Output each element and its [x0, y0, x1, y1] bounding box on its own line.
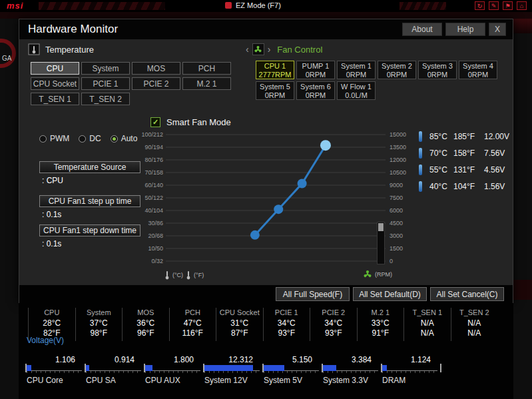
sensor-celsius: N/A — [451, 318, 498, 328]
temperature-status-column: MOS 36°C 96°F — [122, 308, 169, 341]
voltage-bar — [86, 365, 141, 373]
prev-page-chevron-icon[interactable]: ‹ — [246, 44, 249, 55]
sensor-name: T_SEN 1 — [404, 308, 451, 316]
window-title: Hardware Monitor — [28, 23, 118, 36]
fan-curve-point[interactable] — [274, 204, 283, 214]
fan-reading-cell[interactable]: System 1 0RPM — [337, 61, 376, 79]
fan-reading-cell[interactable]: System 4 0RPM — [459, 61, 497, 79]
chart-axis-footer-right: (RPM) — [363, 270, 392, 279]
voltage-section-label: Voltage(V) — [27, 336, 64, 345]
temp-source-button[interactable]: CPU Socket — [31, 77, 79, 90]
sensor-fahrenheit: 93°F — [310, 328, 357, 338]
ez-mode-button[interactable]: EZ Mode (F7) — [225, 1, 281, 9]
sensor-name: CPU — [29, 308, 75, 316]
step-up-time-button[interactable]: CPU Fan1 step up time — [39, 195, 140, 207]
fan-name: System 6 — [297, 83, 334, 91]
fan-curve-point[interactable] — [298, 179, 307, 188]
sensor-celsius: 28°C — [29, 318, 75, 328]
fan-curve-point[interactable] — [250, 230, 260, 240]
fahrenheit-unit-label: (°F) — [194, 272, 204, 278]
voltage-gauge: 0.914 CPU SA — [85, 355, 144, 386]
about-button[interactable]: About — [402, 23, 442, 36]
temp-source-button[interactable]: MOS — [132, 62, 180, 75]
fan-reading-cell[interactable]: System 6 0RPM — [296, 81, 335, 100]
voltage-bar — [382, 365, 437, 373]
fan-readings-grid: CPU 1 2777RPM PUMP 1 0RPM System 1 0RPM … — [256, 61, 503, 100]
temp-source-button[interactable]: PCIE 1 — [81, 77, 130, 90]
topbar-icon[interactable]: ⚑ — [503, 1, 513, 10]
fan-reading-cell[interactable]: System 3 0RPM — [418, 61, 457, 79]
sensor-fahrenheit: 116°F — [170, 328, 216, 338]
voltage-rail-name: CPU SA — [86, 376, 116, 385]
fan-mode-radio-group: PWM DC Auto — [39, 134, 137, 143]
temp-axis-label: 40/104 — [133, 207, 163, 214]
topbar-decoration — [39, 2, 165, 10]
fan-mode-radio[interactable]: PWM — [39, 134, 69, 143]
fan-reading-cell[interactable]: System 5 0RPM — [256, 81, 294, 100]
fan-curve-point[interactable] — [320, 140, 331, 151]
action-button[interactable]: All Set Cancel(C) — [430, 287, 504, 301]
fan-mode-radio[interactable]: DC — [79, 134, 101, 143]
sensor-name: PCIE 1 — [264, 308, 310, 316]
temperature-source-setting-button[interactable]: Temperature Source — [39, 161, 140, 173]
window-header: Hardware Monitor About Help X — [19, 19, 513, 39]
setting-voltage: 4.56V — [484, 165, 505, 175]
voltage-value: 0.914 — [85, 355, 134, 364]
status-panel: CPU 28°C 82°F System 37°C 98°F MOS 36°C … — [19, 303, 513, 399]
sensor-celsius: 37°C — [76, 318, 123, 328]
voltage-ruler — [382, 370, 437, 373]
temp-source-button[interactable]: PCIE 2 — [132, 77, 180, 90]
fan-value: 0RPM — [297, 71, 334, 79]
fan-curve-setting-row: 70°C 158°F 7.56V — [419, 148, 509, 159]
slider-handle-icon[interactable] — [378, 223, 384, 231]
step-down-time-button[interactable]: CPU Fan1 step down time — [39, 224, 140, 236]
temp-source-button[interactable]: CPU — [31, 62, 79, 75]
rpm-axis-label: 6000 — [390, 207, 412, 214]
voltage-bar-icon — [419, 181, 422, 192]
voltage-gauge: 3.384 System 3.3V — [322, 355, 381, 386]
temp-source-button[interactable]: T_SEN 2 — [81, 93, 130, 105]
action-button[interactable]: All Full Speed(F) — [276, 287, 350, 301]
temp-axis-label: 10/50 — [133, 245, 163, 252]
temp-axis-label: 90/194 — [133, 144, 163, 151]
temperature-status-column: T_SEN 2 N/A N/A — [451, 308, 498, 341]
action-button[interactable]: All Set Default(D) — [353, 287, 427, 301]
temperature-icon — [28, 43, 40, 55]
chart-slider[interactable] — [377, 222, 385, 264]
temp-source-button[interactable]: System — [81, 62, 130, 75]
help-button[interactable]: Help — [445, 23, 485, 36]
topbar-icon[interactable]: ↻ — [475, 1, 485, 10]
setting-temp-fahrenheit: 158°F — [453, 149, 484, 158]
rpm-axis-label: 1500 — [390, 245, 412, 252]
next-page-chevron-icon[interactable]: › — [268, 44, 271, 55]
setting-temp-fahrenheit: 185°F — [453, 132, 484, 141]
temp-source-button[interactable]: M.2 1 — [182, 77, 231, 90]
voltage-ruler — [86, 370, 141, 373]
temp-source-button[interactable]: T_SEN 1 — [31, 93, 79, 105]
fan-name: System 1 — [338, 62, 375, 71]
setting-temp-celsius: 40°C — [429, 182, 453, 191]
fan-reading-cell[interactable]: W Flow 1 0.0L/M — [337, 81, 376, 100]
voltage-bar — [323, 365, 378, 373]
ez-mode-icon — [225, 2, 232, 9]
temp-axis-label: 20/68 — [133, 232, 163, 239]
setting-temp-celsius: 85°C — [429, 132, 453, 141]
topbar-icon[interactable]: ⌂ — [517, 1, 527, 10]
voltage-gauge: 12.312 System 12V — [203, 355, 262, 386]
voltage-value: 1.106 — [25, 355, 75, 364]
fan-reading-cell[interactable]: System 2 0RPM — [378, 61, 416, 79]
close-button[interactable]: X — [489, 23, 506, 36]
fan-curve-chart[interactable] — [166, 131, 386, 264]
smart-fan-label: Smart Fan Mode — [166, 117, 231, 127]
fan-reading-cell[interactable]: CPU 1 2777RPM — [256, 61, 294, 79]
temp-axis-label: 70/158 — [133, 169, 163, 176]
smart-fan-mode-toggle[interactable]: Smart Fan Mode — [150, 117, 231, 127]
sensor-name: CPU Socket — [216, 308, 263, 316]
sensor-celsius: 34°C — [264, 318, 310, 328]
background-fragment — [513, 280, 532, 300]
fan-name: CPU 1 — [256, 62, 294, 71]
fan-curve-setting-row: 55°C 131°F 4.56V — [419, 165, 509, 175]
temp-source-button[interactable]: PCH — [182, 62, 231, 75]
fan-reading-cell[interactable]: PUMP 1 0RPM — [296, 61, 335, 79]
topbar-icon[interactable]: ✎ — [489, 1, 499, 10]
